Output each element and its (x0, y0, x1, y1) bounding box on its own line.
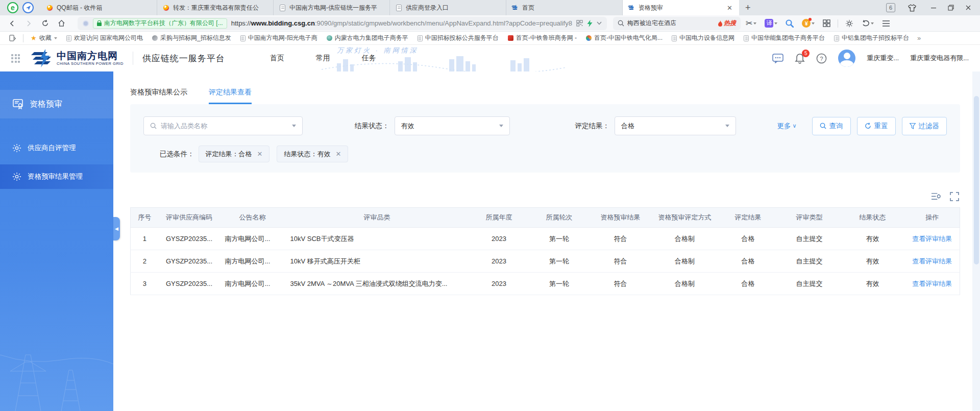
result-select[interactable]: 合格 (615, 116, 736, 135)
speed-mode-icon[interactable] (22, 2, 34, 13)
tab-supplier-login[interactable]: 供应商登录入口 (390, 0, 506, 15)
nav-tasks[interactable]: 任务 (362, 54, 376, 63)
sidebar-item-supplier-self-eval[interactable]: 供应商自评管理 (0, 136, 113, 160)
filter-button[interactable]: 过滤器 (902, 117, 947, 135)
home-button[interactable] (54, 17, 68, 30)
bookmark-item[interactable]: 采购与招标网_招标信息发 (148, 33, 235, 44)
filter-chip-status[interactable]: 结果状态：有效✕ (277, 146, 348, 162)
page-icon (395, 4, 402, 11)
speed-bolt-icon[interactable] (587, 20, 593, 27)
address-bar[interactable]: 南方电网数字平台科技（广东）有限公司 [... https://www.bidd… (78, 17, 607, 30)
bookmark-item[interactable]: 首页-中国中铁电气化局... (582, 33, 667, 44)
sidebar: 资格预审 供应商自评管理 资格预审结果管理 (0, 71, 113, 411)
sidebar-module-prequalify[interactable]: 资格预审 (0, 90, 113, 118)
bookmark-sidebar-icon[interactable] (5, 33, 20, 44)
back-button[interactable] (5, 17, 19, 30)
page-scrollbar[interactable] (972, 71, 980, 411)
tab-result-publicity[interactable]: 资格预审结果公示 (130, 88, 187, 104)
app-header: 中国南方电网 CHINA SOUTHERN POWER GRID 供应链统一服务… (0, 45, 980, 71)
qr-code-icon[interactable] (576, 20, 583, 27)
fullscreen-icon[interactable] (950, 192, 959, 201)
search-icon (618, 20, 624, 27)
bookmark-item[interactable]: 中国华能集团电子商务平台 (740, 33, 829, 44)
url-text[interactable]: https://www.bidding.csg.cn:9090/gmp/stat… (231, 19, 572, 27)
certificate-icon (12, 99, 23, 110)
tab-csg-platform[interactable]: 中国南方电网-供应链统一服务平 (274, 0, 390, 15)
page-icon (418, 35, 423, 41)
address-dropdown-icon[interactable] (597, 21, 602, 25)
scrollbar-thumb[interactable] (974, 96, 979, 264)
status-select[interactable]: 有效 (395, 116, 510, 135)
query-button[interactable]: 查询 (812, 117, 851, 135)
reset-button[interactable]: 重置 (857, 117, 896, 135)
tab-count-badge[interactable]: 6 (886, 3, 895, 12)
magnifier-search-icon[interactable] (782, 19, 797, 28)
view-review-result-link[interactable]: 查看评审结果 (912, 235, 952, 243)
bookmark-item[interactable]: 欢迎访问 国家电网公司电 (62, 33, 147, 44)
tab-evaluation-result-view[interactable]: 评定结果查看 (209, 88, 252, 104)
header-actions: 5 ? 重庆重变... 重庆重变电器有限... (772, 50, 969, 67)
sidebar-item-prequalify-results[interactable]: 资格预审结果管理 (0, 164, 113, 189)
screenshot-scissors-icon[interactable]: ✂ (743, 18, 760, 28)
category-search-select[interactable]: 请输入品类名称 (143, 116, 303, 135)
new-tab-button[interactable]: + (739, 3, 757, 13)
close-window-button[interactable] (960, 0, 977, 15)
bookmark-item[interactable]: 中国南方电网-阳光电子商 (236, 33, 322, 44)
translate-icon[interactable]: 译 (762, 19, 780, 28)
table-header-row: 序号 评审供应商编码 公告名称 评审品类 所属年度 所属轮次 资格预审结果 资格… (131, 208, 960, 228)
nav-home[interactable]: 首页 (270, 54, 284, 63)
gear-icon (12, 172, 21, 181)
column-settings-icon[interactable] (931, 192, 941, 201)
reader-mode-icon[interactable] (83, 20, 89, 27)
more-filters-link[interactable]: 更多∨ (777, 122, 796, 131)
close-tab-icon[interactable]: ✕ (726, 4, 733, 12)
view-review-result-link[interactable]: 查看评审结果 (912, 280, 952, 287)
filter-panel: 请输入品类名称 结果状态： 有效 评定结果： 合格 (130, 104, 960, 173)
theme-skin-icon[interactable] (903, 0, 921, 15)
tab-prequalify-active[interactable]: 资格预审 ✕ (623, 0, 739, 15)
tab-forward-mail[interactable]: 转发：重庆重变电器有限责任公 (157, 0, 274, 15)
sidebar-collapse-handle[interactable]: ◀ (113, 217, 120, 240)
browser-logo-icon[interactable]: e (7, 2, 18, 13)
user-avatar[interactable] (838, 50, 855, 67)
view-review-result-link[interactable]: 查看评审结果 (912, 257, 952, 265)
user-name[interactable]: 重庆重变... (867, 54, 899, 63)
extensions-grid-icon[interactable] (820, 19, 834, 27)
nav-common[interactable]: 常用 (316, 54, 330, 63)
bookmark-item[interactable]: 中国电力设备信息网 (668, 33, 739, 44)
hot-search-badge[interactable]: 热搜 (718, 19, 736, 28)
restore-button[interactable] (942, 0, 960, 15)
minimize-button[interactable] (925, 0, 942, 15)
filter-chip-result[interactable]: 评定结果：合格✕ (199, 146, 270, 162)
chevron-down-icon (725, 125, 729, 127)
refresh-button[interactable] (38, 17, 52, 30)
search-query[interactable]: 梅西被迫宅在酒店 (627, 19, 715, 28)
favorites-menu[interactable]: ★收藏 (27, 33, 61, 44)
feedback-chat-icon[interactable] (772, 54, 783, 63)
refresh-icon (865, 123, 871, 129)
search-icon (820, 123, 826, 129)
bookmarks-overflow-chevron[interactable]: » (914, 34, 924, 42)
bookmark-item[interactable]: 首页-中铁鲁班商务网 - (504, 33, 581, 44)
bookmark-item[interactable]: 内蒙古电力集团电子商务平 (323, 33, 412, 44)
wallet-icon[interactable]: ¥ (799, 19, 818, 28)
app-grid-menu-icon[interactable] (11, 54, 20, 63)
tab-qq-mail[interactable]: QQ邮箱 - 收件箱 (41, 0, 157, 15)
notification-bell-icon[interactable]: 5 (795, 53, 805, 64)
bookmark-item[interactable]: 中铝集团电子招投标平台 (830, 33, 913, 44)
remove-chip-icon[interactable]: ✕ (257, 150, 263, 158)
browser-search-box[interactable]: 梅西被迫宅在酒店 热搜 (613, 17, 741, 30)
user-company[interactable]: 重庆重变电器有限... (910, 54, 969, 63)
undo-restore-tab-icon[interactable] (859, 20, 877, 27)
menu-icon[interactable] (879, 20, 893, 27)
chevron-down-icon (499, 125, 503, 127)
site-icon (152, 35, 158, 41)
forward-button[interactable] (21, 17, 36, 30)
security-certificate-chip[interactable]: 南方电网数字平台科技（广东）有限公司 [... (93, 18, 227, 29)
remove-chip-icon[interactable]: ✕ (335, 150, 341, 158)
day-night-mode-icon[interactable] (842, 19, 856, 28)
tab-home[interactable]: 首页 (506, 0, 623, 15)
csg-logo[interactable]: 中国南方电网 CHINA SOUTHERN POWER GRID (30, 49, 124, 67)
bookmark-item[interactable]: 中国招标投标公共服务平台 (413, 33, 503, 44)
help-icon[interactable]: ? (816, 53, 827, 64)
